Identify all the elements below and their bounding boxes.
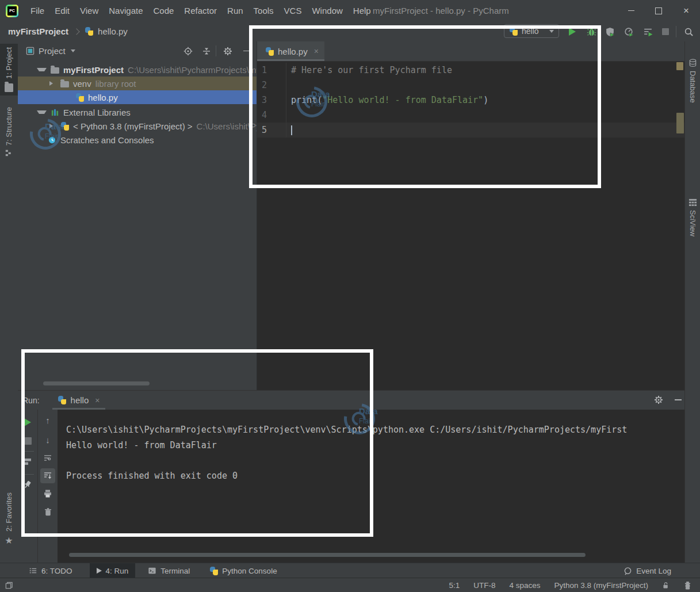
lock-icon[interactable] bbox=[662, 581, 670, 590]
console-line-command: C:\Users\ishit\PycharmProjects\myFirstPr… bbox=[58, 422, 684, 438]
code-line-3: 3 print("Hello world! - from DataFlair") bbox=[257, 93, 684, 108]
tool-window-button-terminal[interactable]: Terminal bbox=[141, 563, 197, 578]
error-stripe-mark[interactable] bbox=[676, 113, 684, 133]
tree-row-scratches[interactable]: Scratches and Consoles bbox=[18, 133, 257, 147]
chevron-expanded-icon[interactable] bbox=[37, 68, 47, 71]
menu-navigate[interactable]: Navigate bbox=[104, 0, 148, 21]
collapse-all-icon[interactable] bbox=[201, 46, 211, 56]
up-stack-trace-icon[interactable]: ↑ bbox=[42, 414, 53, 426]
run-tab-hello[interactable]: hello × bbox=[52, 391, 106, 410]
menu-help[interactable]: Help bbox=[348, 0, 376, 21]
python-icon bbox=[509, 27, 518, 36]
settings-gear-icon[interactable] bbox=[223, 46, 232, 56]
hector-inspections-icon[interactable] bbox=[683, 581, 692, 590]
chevron-down-icon bbox=[71, 49, 75, 52]
close-button[interactable]: × bbox=[672, 0, 700, 21]
run-panel-header: Run: hello × bbox=[18, 391, 684, 410]
tool-window-button-database[interactable]: Database bbox=[685, 55, 700, 106]
chevron-right-icon bbox=[73, 28, 79, 35]
editor[interactable]: hello.py × 1 # Here's our first Pycharm … bbox=[257, 41, 684, 390]
run-configuration-select[interactable]: hello bbox=[504, 24, 559, 38]
horizontal-scrollbar[interactable] bbox=[69, 553, 586, 557]
tree-row-venv[interactable]: venv library root bbox=[18, 77, 257, 90]
minimize-button[interactable] bbox=[617, 0, 645, 21]
debug-button[interactable] bbox=[586, 26, 596, 37]
hide-panel-icon[interactable] bbox=[242, 46, 251, 56]
menu-vcs[interactable]: VCS bbox=[279, 0, 307, 21]
database-stripe-label: Database bbox=[688, 71, 697, 103]
tool-window-button-run[interactable]: 4: Run bbox=[90, 563, 136, 578]
chevron-collapsed-icon[interactable] bbox=[49, 81, 56, 86]
chevron-collapsed-icon[interactable] bbox=[49, 124, 56, 128]
restore-layout-icon[interactable] bbox=[22, 456, 33, 467]
tool-window-button-project[interactable]: 1: Project bbox=[0, 44, 18, 96]
caret-position[interactable]: 5:1 bbox=[449, 581, 460, 590]
print-icon[interactable] bbox=[42, 488, 53, 499]
right-tool-window-stripe: Database SciView bbox=[684, 41, 700, 563]
menu-edit[interactable]: Edit bbox=[49, 0, 75, 21]
tool-window-button-structure[interactable]: 7: Structure bbox=[0, 104, 18, 160]
menu-code[interactable]: Code bbox=[148, 0, 179, 21]
menu-view[interactable]: View bbox=[75, 0, 104, 21]
locate-file-icon[interactable] bbox=[183, 46, 193, 56]
file-encoding[interactable]: UTF-8 bbox=[473, 581, 495, 590]
event-log-button[interactable]: Event Log bbox=[617, 563, 678, 578]
menu-window[interactable]: Window bbox=[307, 0, 347, 21]
python-file-icon bbox=[85, 27, 93, 36]
tool-window-toggle-icon[interactable] bbox=[5, 581, 13, 590]
horizontal-scrollbar[interactable] bbox=[43, 381, 150, 385]
run-button[interactable] bbox=[567, 26, 577, 37]
console-output[interactable]: C:\Users\ishit\PycharmProjects\myFirstPr… bbox=[58, 410, 684, 563]
profiler-button[interactable] bbox=[624, 26, 634, 37]
stop-button[interactable] bbox=[660, 26, 671, 37]
code-area[interactable]: 1 # Here's our first Pycharm file 2 3 pr… bbox=[257, 63, 684, 138]
close-icon[interactable]: × bbox=[314, 47, 319, 56]
tree-label: < Python 3.8 (myFirstProject) > bbox=[73, 121, 193, 131]
close-icon[interactable]: × bbox=[95, 396, 100, 405]
console-line-blank bbox=[58, 453, 684, 468]
stop-button[interactable] bbox=[22, 435, 33, 446]
error-stripe-mark[interactable] bbox=[676, 62, 683, 70]
menu-file[interactable]: File bbox=[25, 0, 49, 21]
run-with-options-button[interactable] bbox=[642, 26, 653, 37]
tree-row-python-interpreter[interactable]: < Python 3.8 (myFirstProject) > C:\Users… bbox=[18, 119, 257, 133]
down-stack-trace-icon[interactable]: ↓ bbox=[42, 434, 53, 445]
editor-tab-hello-py[interactable]: hello.py × bbox=[257, 41, 324, 61]
project-view-selector[interactable]: Project bbox=[26, 46, 75, 56]
project-panel-header: Project bbox=[18, 41, 257, 60]
maximize-button[interactable] bbox=[645, 0, 672, 21]
code-line-4: 4 bbox=[257, 108, 684, 123]
structure-stripe-label: 7: Structure bbox=[5, 107, 13, 146]
tool-window-button-todo[interactable]: 6: TODO bbox=[22, 563, 79, 578]
chevron-expanded-icon[interactable] bbox=[37, 110, 47, 114]
breadcrumb: myFirstProject hello.py bbox=[8, 21, 128, 41]
breadcrumb-project[interactable]: myFirstProject bbox=[8, 26, 68, 36]
window-title: myFirstProject - hello.py - PyCharm bbox=[373, 0, 509, 21]
tool-window-button-python-console[interactable]: Python Console bbox=[202, 563, 284, 578]
tree-row-project-root[interactable]: myFirstProject C:\Users\ishit\PycharmPro… bbox=[18, 63, 257, 77]
clear-all-trash-icon[interactable] bbox=[42, 506, 53, 518]
tool-window-button-favorites[interactable]: 2: Favorites ★ bbox=[0, 489, 18, 549]
menu-run[interactable]: Run bbox=[222, 0, 248, 21]
tree-row-hello-py[interactable]: hello.py bbox=[18, 90, 257, 104]
breadcrumb-file[interactable]: hello.py bbox=[98, 26, 128, 36]
run-label: 4: Run bbox=[106, 567, 129, 575]
search-everywhere-icon[interactable] bbox=[683, 26, 694, 37]
python-interpreter[interactable]: Python 3.8 (myFirstProject) bbox=[554, 581, 648, 590]
terminal-icon bbox=[148, 567, 156, 575]
menu-tools[interactable]: Tools bbox=[248, 0, 279, 21]
soft-wrap-icon[interactable] bbox=[42, 452, 53, 464]
run-with-coverage-button[interactable] bbox=[605, 26, 615, 37]
menu-refactor[interactable]: Refactor bbox=[179, 0, 222, 21]
settings-gear-icon[interactable] bbox=[653, 395, 664, 405]
folder-icon bbox=[60, 81, 69, 87]
hide-panel-icon[interactable] bbox=[673, 395, 683, 405]
terminal-label: Terminal bbox=[160, 567, 190, 575]
indent-setting[interactable]: 4 spaces bbox=[509, 581, 540, 590]
tool-window-button-sciview[interactable]: SciView bbox=[685, 194, 700, 240]
rerun-button[interactable] bbox=[22, 417, 33, 428]
scroll-to-end-icon[interactable] bbox=[40, 468, 55, 483]
tree-label: myFirstProject bbox=[63, 65, 124, 75]
pin-tab-icon[interactable] bbox=[22, 479, 33, 490]
tree-row-external-libraries[interactable]: External Libraries bbox=[18, 105, 257, 119]
